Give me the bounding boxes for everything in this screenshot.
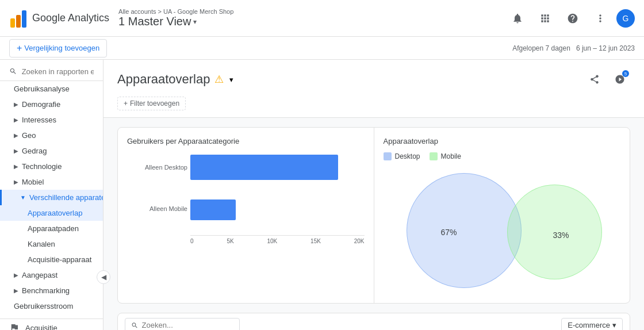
- chevron-icon: ▶: [14, 117, 18, 123]
- chevron-icon: ▶: [14, 163, 18, 170]
- chevron-icon: ▶: [14, 272, 18, 278]
- x-axis: 0 5K 10K 15K 20K: [190, 235, 365, 244]
- breadcrumb-view[interactable]: 1 Master View ▾: [118, 15, 497, 28]
- chart-legend: Desktop Mobile: [384, 152, 621, 160]
- bar-chart-container: Gebruikers per Apparaatcategorie Alleen …: [118, 128, 374, 303]
- help-button[interactable]: [561, 7, 584, 30]
- content-area: Apparaatoverlap ⚠ ▾ 5 + Filter toevoegen: [103, 60, 644, 330]
- main-layout: Gebruiksanalyse ▶ Demografie ▶ Interesse…: [0, 60, 644, 330]
- sidebar-bottom: Acquisitie Attributie BETA Ontdek Beheer: [0, 319, 103, 330]
- share-button[interactable]: [584, 69, 605, 90]
- sidebar-item-apparaatpaden[interactable]: Apparaatpaden: [0, 221, 103, 236]
- apps-button[interactable]: [534, 7, 557, 30]
- sidebar-item-gebruikersstroom[interactable]: Gebruikersstroom: [0, 298, 103, 314]
- svg-rect-2: [22, 10, 26, 28]
- comparison-bar: + Vergelijking toevoegen Afgelopen 7 dag…: [0, 37, 644, 60]
- filter-bar: + Filter toevoegen: [103, 94, 644, 118]
- bar-label-mobile: Alleen Mobile: [127, 205, 187, 212]
- sidebar-item-gebruiksanalyse[interactable]: Gebruiksanalyse: [0, 81, 103, 97]
- venn-chart-title: Apparaatoverlap: [384, 137, 621, 145]
- search-icon: [9, 67, 17, 76]
- app-title: Google Analytics: [32, 12, 109, 24]
- bar-label-desktop: Alleen Desktop: [127, 164, 187, 171]
- collapse-sidebar-button[interactable]: ◀: [97, 270, 110, 284]
- logo-area: Google Analytics: [9, 9, 109, 28]
- desktop-percent: 67%: [441, 228, 457, 237]
- chevron-icon: ▶: [14, 179, 18, 185]
- sidebar-item-apparaatoverlap[interactable]: Apparaatoverlap: [0, 205, 103, 221]
- content-header: Apparaatoverlap ⚠ ▾ 5: [103, 60, 644, 94]
- breadcrumb-dropdown-icon: ▾: [193, 18, 197, 26]
- mobile-percent: 33%: [553, 231, 569, 240]
- chevron-icon: ▶: [14, 132, 18, 139]
- legend-mobile-color: [430, 152, 438, 160]
- table-search-input[interactable]: [142, 321, 233, 329]
- bar-chart: Alleen Desktop Alleen Mobile 0 5K 10K 15…: [127, 152, 365, 267]
- title-dropdown-button[interactable]: ▾: [228, 74, 235, 85]
- sidebar: Gebruiksanalyse ▶ Demografie ▶ Interesse…: [0, 60, 103, 330]
- sidebar-item-aangepast[interactable]: ▶ Aangepast: [0, 267, 103, 283]
- sidebar-item-interesses[interactable]: ▶ Interesses: [0, 112, 103, 128]
- legend-desktop: Desktop: [384, 152, 420, 160]
- chevron-icon: ▼: [20, 194, 26, 201]
- ecommerce-button[interactable]: E-commerce ▾: [561, 318, 623, 330]
- date-range: Afgelopen 7 dagen 6 jun – 12 jun 2023: [512, 44, 635, 52]
- ga-logo-icon: [9, 9, 28, 28]
- svg-rect-0: [10, 18, 15, 28]
- sidebar-search-area: [0, 62, 103, 81]
- header-actions: 5: [584, 69, 630, 90]
- top-bar: Google Analytics Alle accounts > UA - Go…: [0, 0, 644, 37]
- bar-chart-title: Gebruikers per Apparaatcategorie: [127, 137, 365, 145]
- more-button[interactable]: [589, 7, 612, 30]
- sidebar-item-acquisitie[interactable]: Acquisitie: [0, 319, 103, 330]
- warning-icon: ⚠: [214, 73, 224, 86]
- legend-mobile: Mobile: [430, 152, 461, 160]
- chevron-icon: ▶: [14, 101, 18, 108]
- sidebar-item-verschillende-apparaten[interactable]: ▼ Verschillende apparaten BETA: [0, 190, 103, 205]
- compare-button[interactable]: + Vergelijking toevoegen: [9, 39, 107, 57]
- badge: 5: [622, 70, 629, 77]
- chevron-icon: ▶: [14, 287, 18, 294]
- sidebar-item-technologie[interactable]: ▶ Technologie: [0, 159, 103, 174]
- sidebar-item-demografie[interactable]: ▶ Demografie: [0, 97, 103, 112]
- sidebar-item-gedrag[interactable]: ▶ Gedrag: [0, 143, 103, 159]
- table-search-box: [125, 318, 240, 330]
- add-filter-button[interactable]: + Filter toevoegen: [117, 97, 186, 110]
- bar-row-mobile: Alleen Mobile: [190, 194, 365, 224]
- sidebar-item-geo[interactable]: ▶ Geo: [0, 128, 103, 143]
- chevron-down-icon: ▾: [612, 321, 616, 329]
- sidebar-item-mobiel[interactable]: ▶ Mobiel: [0, 174, 103, 190]
- sidebar-item-kanalen[interactable]: Kanalen: [0, 236, 103, 252]
- breadcrumb: Alle accounts > UA - Google Merch Shop 1…: [118, 8, 497, 28]
- legend-desktop-color: [384, 152, 392, 160]
- bar-row-desktop: Alleen Desktop: [190, 152, 365, 182]
- customize-button[interactable]: 5: [610, 69, 630, 90]
- table-search-icon: [131, 321, 139, 329]
- data-table: E-commerce ▾ Apparaatcategorie ▾ Gebruik…: [117, 313, 630, 330]
- plus-icon: +: [124, 99, 128, 108]
- search-input[interactable]: [22, 67, 94, 76]
- breadcrumb-top: Alle accounts > UA - Google Merch Shop: [118, 8, 497, 15]
- desktop-circle: [407, 173, 522, 288]
- table-toolbar: E-commerce ▾: [118, 313, 630, 330]
- venn-diagram: 67% 33%: [384, 167, 621, 294]
- avatar-button[interactable]: G: [616, 9, 635, 28]
- bar-desktop: [190, 155, 338, 180]
- page-title: Apparaatoverlap ⚠ ▾: [117, 72, 235, 87]
- sidebar-item-acquisitie-apparaat[interactable]: Acquisitie-apparaat: [0, 252, 103, 267]
- chevron-icon: ▶: [14, 148, 18, 154]
- notification-button[interactable]: [506, 7, 529, 30]
- plus-icon: +: [17, 43, 22, 53]
- charts-area: Gebruikers per Apparaatcategorie Alleen …: [117, 127, 630, 304]
- bar-mobile: [190, 199, 236, 220]
- venn-chart-container: Apparaatoverlap Desktop Mobile: [374, 128, 630, 303]
- sidebar-item-benchmarking[interactable]: ▶ Benchmarking: [0, 283, 103, 298]
- svg-rect-1: [16, 15, 21, 28]
- flag-icon: [9, 323, 20, 330]
- top-icons: G: [506, 7, 635, 30]
